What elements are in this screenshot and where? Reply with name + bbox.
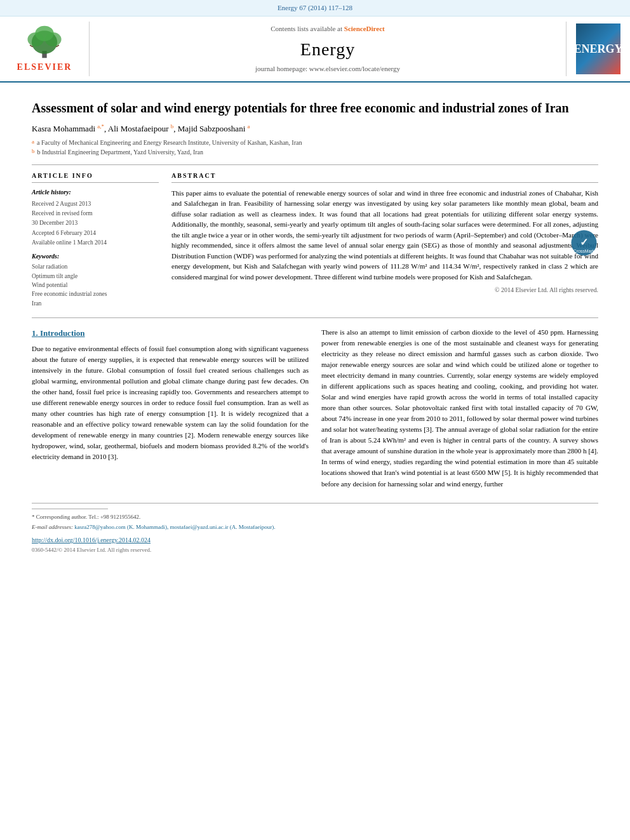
intro-col-left: 1. Introduction Due to negative environm… [32, 327, 309, 493]
keyword-2: Optimum tilt angle [32, 272, 159, 281]
article-history-label: Article history: [32, 188, 159, 197]
affiliations-block: a a Faculty of Mechanical Engineering an… [32, 138, 598, 157]
article-info-heading: ARTICLE INFO [32, 171, 159, 183]
email-line: E-mail addresses: kasra278@yahoo.com (K.… [32, 523, 598, 531]
date-received: Received 2 August 2013 [32, 200, 159, 208]
keyword-4: Free economic industrial zones [32, 290, 159, 298]
issn-line: 0360-5442/© 2014 Elsevier Ltd. All right… [32, 545, 598, 554]
intro-para-1: Due to negative environmental effects of… [32, 343, 309, 463]
email-label: E-mail addresses: [32, 524, 73, 530]
keyword-1: Solar radiation [32, 263, 159, 271]
journal-cover-image: ENERGY [576, 23, 620, 74]
date-accepted: Accepted 6 February 2014 [32, 229, 159, 237]
intro-col-right: There is also an attempt to limit emissi… [321, 327, 598, 493]
journal-homepage: journal homepage: www.elsevier.com/locat… [255, 64, 400, 74]
article-info-col: ARTICLE INFO Article history: Received 2… [32, 171, 159, 309]
corresponding-author: * Corresponding author. Tel.: +98 912195… [32, 512, 598, 521]
intro-para-right-1: There is also an attempt to limit emissi… [321, 327, 598, 490]
journal-header: ELSEVIER Contents lists available at Sci… [0, 17, 630, 83]
date-revised-val: 30 December 2013 [32, 219, 159, 227]
journal-header-center: Contents lists available at ScienceDirec… [89, 22, 566, 76]
sciencedirect-link[interactable]: ScienceDirect [344, 25, 385, 32]
date-online: Available online 1 March 2014 [32, 239, 159, 247]
email-values: kasra278@yahoo.com (K. Mohammadi), mosta… [74, 524, 275, 530]
elsevier-brand: ELSEVIER [17, 61, 72, 74]
elsevier-tree-icon [19, 25, 70, 60]
abstract-heading: ABSTRACT [171, 171, 598, 183]
journal-cover: ENERGY [573, 22, 624, 76]
footnote-line [32, 509, 108, 509]
date-revised-label: Received in revised form [32, 210, 159, 218]
crossmark-badge: ✓ CrossMark [570, 229, 598, 260]
section-divider [32, 317, 598, 318]
keyword-5: Iran [32, 300, 159, 308]
top-bar: Energy 67 (2014) 117–128 [0, 0, 630, 17]
journal-citation: Energy 67 (2014) 117–128 [278, 4, 352, 11]
svg-text:✓: ✓ [580, 237, 588, 248]
copyright-notice: © 2014 Elsevier Ltd. All rights reserved… [171, 286, 598, 295]
authors-line: Kasra Mohammadi a,*, Ali Mostafaeipour b… [32, 123, 598, 135]
abstract-text: This paper aims to evaluate the potentia… [171, 188, 598, 283]
abstract-col: ABSTRACT This paper aims to evaluate the… [171, 171, 598, 309]
keyword-3: Wind potential [32, 281, 159, 290]
svg-text:CrossMark: CrossMark [573, 249, 595, 253]
article-title: Assessment of solar and wind energy pote… [32, 100, 598, 116]
journal-title-display: Energy [300, 37, 355, 62]
contents-line: Contents lists available at ScienceDirec… [271, 24, 384, 34]
footnotes-section: * Corresponding author. Tel.: +98 912195… [32, 503, 598, 555]
intro-heading: 1. Introduction [32, 327, 309, 340]
doi-link[interactable]: http://dx.doi.org/10.1016/j.energy.2014.… [32, 535, 598, 545]
elsevier-logo-section: ELSEVIER [6, 22, 83, 76]
keywords-label: Keywords: [32, 252, 159, 261]
svg-point-4 [35, 26, 53, 41]
